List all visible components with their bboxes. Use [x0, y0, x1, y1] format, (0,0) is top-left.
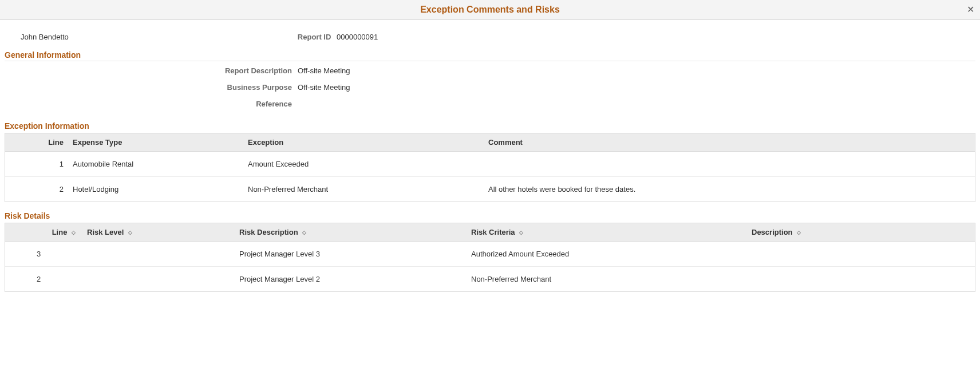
risk-table-header: Line ◇ Risk Level ◇ Risk Description ◇ R…	[5, 223, 975, 242]
cell-risk-level	[82, 250, 237, 258]
cell-comment	[486, 160, 975, 168]
cell-line: 2	[5, 185, 68, 194]
col-header-risk-criteria[interactable]: Risk Criteria ◇	[469, 228, 749, 236]
sort-icon: ◇	[519, 230, 523, 235]
cell-exception: Amount Exceeded	[246, 160, 486, 168]
report-id-field: Report ID 0000000091	[298, 33, 378, 41]
report-id-label: Report ID	[298, 33, 331, 41]
col-header-risk-level[interactable]: Risk Level ◇	[82, 228, 237, 236]
cell-line: 2	[5, 275, 82, 283]
summary-row: John Bendetto Report ID 0000000091	[5, 20, 975, 49]
section-title-general: General Information	[5, 49, 975, 61]
page-title: Exception Comments and Risks	[7, 5, 973, 15]
sort-icon: ◇	[302, 230, 306, 235]
label-business-purpose: Business Purpose	[5, 83, 298, 92]
table-row: 2 Hotel/Lodging Non-Preferred Merchant A…	[5, 177, 975, 202]
col-header-line: Line	[5, 138, 68, 147]
cell-expense-type: Automobile Rental	[68, 160, 246, 168]
user-name: John Bendetto	[21, 33, 69, 41]
col-header-exception: Exception	[246, 138, 486, 147]
exception-table-header: Line Expense Type Exception Comment	[5, 133, 975, 152]
close-icon[interactable]: ✕	[967, 5, 974, 14]
col-header-line-text: Line	[52, 228, 68, 236]
col-header-risk-description[interactable]: Risk Description ◇	[237, 228, 469, 236]
sort-icon: ◇	[797, 230, 801, 235]
sort-icon: ◇	[72, 230, 76, 235]
field-report-description: Report Description Off-site Meeting	[5, 62, 975, 79]
cell-risk-description: Project Manager Level 2	[237, 275, 469, 283]
col-header-risk-criteria-text: Risk Criteria	[471, 228, 515, 236]
general-info-block: Report Description Off-site Meeting Busi…	[5, 62, 975, 112]
section-title-risk: Risk Details	[5, 210, 975, 222]
exception-table: Line Expense Type Exception Comment 1 Au…	[5, 133, 975, 202]
col-header-expense-type: Expense Type	[68, 138, 246, 147]
col-header-description[interactable]: Description ◇	[749, 228, 975, 236]
cell-risk-level	[82, 275, 237, 283]
modal-header: Exception Comments and Risks ✕	[0, 0, 980, 20]
cell-risk-description: Project Manager Level 3	[237, 250, 469, 258]
sort-icon: ◇	[128, 230, 132, 235]
table-row: 3 Project Manager Level 3 Authorized Amo…	[5, 242, 975, 267]
field-business-purpose: Business Purpose Off-site Meeting	[5, 79, 975, 96]
cell-comment: All other hotels were booked for these d…	[486, 185, 975, 194]
cell-description	[749, 250, 975, 258]
cell-description	[749, 275, 975, 283]
col-header-line[interactable]: Line ◇	[5, 228, 82, 236]
col-header-comment: Comment	[486, 138, 975, 147]
value-business-purpose: Off-site Meeting	[298, 83, 350, 92]
label-report-description: Report Description	[5, 66, 298, 75]
content: John Bendetto Report ID 0000000091 Gener…	[0, 20, 980, 303]
cell-expense-type: Hotel/Lodging	[68, 185, 246, 194]
section-title-exception: Exception Information	[5, 120, 975, 132]
value-report-description: Off-site Meeting	[298, 66, 350, 75]
cell-risk-criteria: Non-Preferred Merchant	[469, 275, 749, 283]
col-header-risk-description-text: Risk Description	[239, 228, 298, 236]
table-row: 1 Automobile Rental Amount Exceeded	[5, 152, 975, 177]
field-reference: Reference	[5, 96, 975, 112]
risk-table: Line ◇ Risk Level ◇ Risk Description ◇ R…	[5, 223, 975, 292]
col-header-risk-level-text: Risk Level	[87, 228, 124, 236]
report-id-value: 0000000091	[337, 33, 378, 41]
cell-risk-criteria: Authorized Amount Exceeded	[469, 250, 749, 258]
table-row: 2 Project Manager Level 2 Non-Preferred …	[5, 267, 975, 291]
cell-exception: Non-Preferred Merchant	[246, 185, 486, 194]
cell-line: 3	[5, 250, 82, 258]
label-reference: Reference	[5, 100, 298, 108]
cell-line: 1	[5, 160, 68, 168]
col-header-description-text: Description	[752, 228, 793, 236]
